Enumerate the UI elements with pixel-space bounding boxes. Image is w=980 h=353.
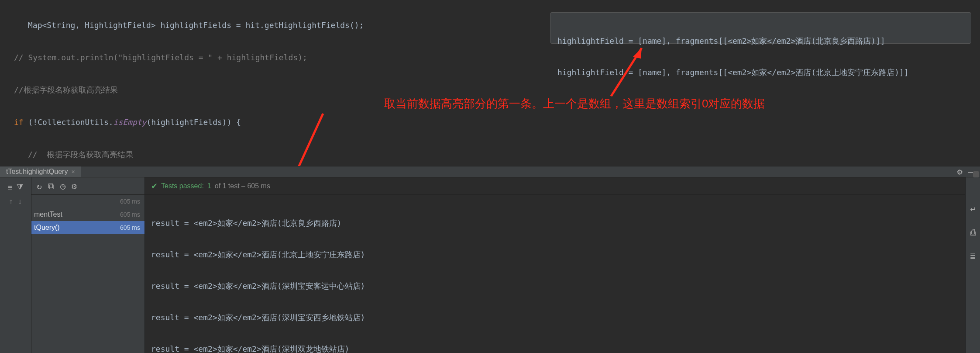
run-tool-window: tTest.highlightQuery × ⚙ – ≡ ⧩ ↑ ↓ ↻ ⧉ ◷…: [0, 166, 980, 353]
tree-label: mentTest: [34, 211, 62, 218]
filter-icon[interactable]: ⧩: [17, 182, 23, 192]
gear-icon[interactable]: ⚙: [72, 181, 77, 191]
console-column: ✔ Tests passed: 1 of 1 test – 605 ms res…: [145, 177, 965, 353]
test-toolbar: ↻ ⧉ ◷ ⚙: [31, 177, 144, 195]
console-line: result = <em2>如家</em2>酒店(北京良乡西路店): [151, 217, 965, 230]
reload-icon[interactable]: ↻: [37, 181, 42, 191]
clock-icon[interactable]: ◷: [60, 181, 65, 191]
test-tree[interactable]: 605 ms mentTest 605 ms tQuery() 605 ms: [31, 195, 144, 353]
tool-tab[interactable]: tTest.highlightQuery ×: [0, 166, 81, 177]
popup-line: highlightField = [name], fragments[[<em2…: [557, 35, 964, 48]
tree-node[interactable]: mentTest 605 ms: [31, 208, 144, 221]
check-icon: ✔: [151, 181, 158, 191]
annotation-text: 取当前数据高亮部分的第一条。上一个是数组，这里是数组索引0对应的数据: [384, 96, 765, 111]
layers-icon[interactable]: ≣: [970, 251, 975, 261]
console-line: result = <em2>如家</em2>酒店(深圳宝安西乡地铁站店): [151, 311, 965, 324]
tree-duration: 605 ms: [120, 198, 140, 205]
collapse-icon[interactable]: ≡: [8, 183, 13, 192]
popup-line: highlightField = [name], fragments[[<em2…: [557, 66, 964, 79]
console-output[interactable]: result = <em2>如家</em2>酒店(北京良乡西路店) result…: [145, 195, 965, 353]
tree-label: tQuery(): [34, 224, 60, 232]
code-text: Map<String, HighlightField> highlightFie…: [28, 21, 236, 30]
console-line: result = <em2>如家</em2>酒店(深圳双龙地铁站店): [151, 343, 965, 353]
right-gutter: ↩ ⎙ ≣: [965, 177, 980, 353]
code-text: (highlightFields)) {: [146, 118, 241, 127]
up-icon[interactable]: ↑: [9, 197, 14, 206]
code-text: (!CollectionUtils.: [24, 118, 113, 127]
down-icon[interactable]: ↓: [18, 197, 23, 206]
test-status-bar: ✔ Tests passed: 1 of 1 test – 605 ms: [145, 177, 965, 195]
tree-node-selected[interactable]: tQuery() 605 ms: [31, 221, 144, 234]
wrap-icon[interactable]: ↩: [970, 204, 975, 214]
method-static: isEmpty: [113, 118, 147, 127]
code-comment: // 根据字段名获取高亮结果: [28, 148, 980, 162]
test-tree-column: ↻ ⧉ ◷ ⚙ 605 ms mentTest 605 ms tQuery() …: [31, 177, 145, 353]
tree-duration: 605 ms: [120, 224, 140, 231]
tree-root[interactable]: 605 ms: [31, 195, 144, 208]
gear-glyph: ⚙: [957, 166, 963, 177]
scrollbar-thumb[interactable]: [973, 171, 979, 177]
tree-duration: 605 ms: [120, 211, 140, 218]
console-line: result = <em2>如家</em2>酒店(北京上地安宁庄东路店): [151, 248, 965, 261]
status-prefix: Tests passed:: [161, 182, 204, 190]
chart-icon[interactable]: ⧉: [48, 181, 54, 191]
code-text: = hit.getHighlightFields();: [236, 21, 364, 30]
tab-label: tTest.highlightQuery: [6, 168, 68, 176]
print-icon[interactable]: ⎙: [970, 227, 976, 238]
status-count: 1: [207, 182, 211, 190]
keyword-if: if: [14, 118, 24, 127]
left-gutter: ≡ ⧩ ↑ ↓: [0, 177, 31, 353]
tool-body: ≡ ⧩ ↑ ↓ ↻ ⧉ ◷ ⚙ 605 ms mentTest: [0, 177, 980, 353]
status-rest: of 1 test – 605 ms: [215, 182, 270, 190]
debug-popup: highlightField = [name], fragments[[<em2…: [550, 12, 971, 44]
tool-tab-row: tTest.highlightQuery × ⚙ –: [0, 166, 980, 177]
close-icon[interactable]: ×: [71, 168, 75, 175]
console-line: result = <em2>如家</em2>酒店(深圳宝安客运中心站店): [151, 280, 965, 293]
